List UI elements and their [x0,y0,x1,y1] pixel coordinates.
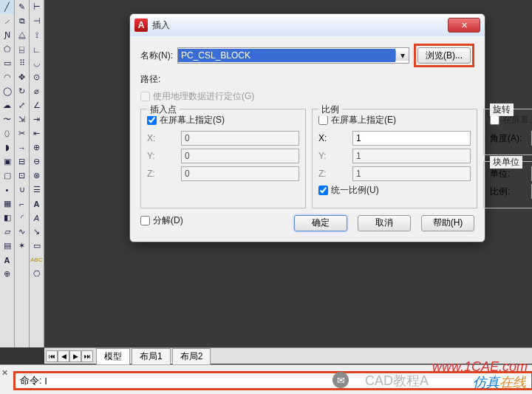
group-rotate-title: 旋转 [490,103,514,116]
browse-button[interactable]: 浏览(B)... [417,47,471,64]
tool-dimstyle-icon[interactable]: ABC [30,253,44,267]
dialog-title: 插入 [152,19,170,32]
insert-x-label: X: [147,133,177,143]
tool-text2-icon[interactable]: A [30,211,44,225]
tool-region-icon[interactable]: ▱ [0,225,14,239]
tool-dim13-icon[interactable]: ⊗ [30,169,44,183]
tool-ellipse-icon[interactable]: ⬯ [0,126,14,140]
tool-dim2-icon[interactable]: ⊣ [30,14,44,28]
tab-model[interactable]: 模型 [96,348,130,364]
close-button[interactable]: ✕ [448,18,480,33]
insert-z-field [181,166,299,181]
tool-block-icon[interactable]: ▢ [0,169,14,183]
tool-table-icon[interactable]: ▤ [0,239,14,253]
tool-gradient-icon[interactable]: ◧ [0,211,14,225]
tool-tol-icon[interactable]: ▭ [30,239,44,253]
tool-dim5-icon[interactable]: ◡ [30,56,44,70]
tool-erase-icon[interactable]: ✎ [15,0,29,14]
explode-checkbox[interactable] [140,216,150,225]
tool-hatch-icon[interactable]: ▦ [0,197,14,211]
tool-rect-icon[interactable]: ▭ [0,56,14,70]
tool-pline-icon[interactable]: Ɲ [0,28,14,42]
tool-dim10-icon[interactable]: ⇤ [30,126,44,140]
scale-y-label: Y: [318,151,348,161]
tool-move-icon[interactable]: ✥ [15,70,29,84]
watermark-cad: CAD教程A [365,372,429,390]
uniform-scale-checkbox[interactable] [318,186,328,195]
group-insertpoint-title: 插入点 [147,103,180,116]
tool-circle-icon[interactable]: ◯ [0,84,14,98]
name-combobox[interactable]: PC_CSL_BLOCK ▾ [177,47,409,64]
tool-extend-icon[interactable]: → [15,140,29,154]
tab-nav-prev-icon[interactable]: ◀ [58,350,69,362]
rotate-onscreen-checkbox[interactable] [490,115,499,125]
tool-insert-icon[interactable]: ▣ [0,154,14,169]
tool-chamfer-icon[interactable]: ⌐ [15,197,29,211]
name-value: PC_CSL_BLOCK [178,49,395,62]
tab-layout2[interactable]: 布局2 [172,348,211,364]
cancel-button[interactable]: 取消 [358,215,411,231]
tool-break-icon[interactable]: ⊟ [15,154,29,169]
tool-text-icon[interactable]: A [30,197,44,211]
tool-blend-icon[interactable]: ∿ [15,225,29,239]
tool-line-icon[interactable]: ╱ [0,0,14,14]
help-button[interactable]: 帮助(H) [421,215,474,231]
tool-array-icon[interactable]: ⠿ [15,56,29,70]
tool-explode-icon[interactable]: ✶ [15,239,29,253]
tool-dim4-icon[interactable]: ∟ [30,42,44,56]
tool-mtext-icon[interactable]: A [0,253,14,267]
group-scale: 比例 在屏幕上指定(E) X: Y: Z: 统一比例(U) [312,109,477,208]
tool-dim1-icon[interactable]: ⊢ [30,0,44,14]
ok-button[interactable]: 确定 [294,215,347,231]
command-input[interactable]: 命令: I [15,373,532,389]
tool-stretch-icon[interactable]: ⇲ [15,112,29,126]
tool-dim14-icon[interactable]: ☰ [30,183,44,197]
tool-dimsty2-icon[interactable]: ⎔ [30,267,44,281]
name-label: 名称(N): [140,50,173,62]
insert-onscreen-checkbox[interactable] [147,115,157,125]
tool-trim-icon[interactable]: ✂ [15,126,29,140]
insert-y-label: Y: [147,151,177,161]
tool-dim8-icon[interactable]: ∠ [30,98,44,112]
tool-addsel-icon[interactable]: ⊕ [0,267,14,281]
tab-layout1[interactable]: 布局1 [132,348,171,364]
tool-dim3-icon[interactable]: ⟟ [30,28,44,42]
tool-leader-icon[interactable]: ↘ [30,225,44,239]
tool-ellipsearc-icon[interactable]: ◗ [0,140,14,154]
tool-dim6-icon[interactable]: ⊙ [30,70,44,84]
tool-rotate-icon[interactable]: ↻ [15,84,29,98]
tool-revcloud-icon[interactable]: ☁ [0,98,14,112]
tool-mirror-icon[interactable]: ⧋ [15,28,29,42]
group-blockunit-title: 块单位 [490,156,522,169]
uniform-scale-label: 统一比例(U) [331,184,379,197]
tool-dim11-icon[interactable]: ⊕ [30,140,44,154]
tab-nav-first-icon[interactable]: ⏮ [46,350,58,362]
angle-label: 角度(A): [490,132,527,145]
watermark-brand: 仿真在线 [473,373,526,391]
tool-fillet-icon[interactable]: ◜ [15,211,29,225]
dialog-titlebar[interactable]: A 插入 ✕ [130,14,485,36]
tool-copy-icon[interactable]: ⧉ [15,14,29,28]
tool-spline-icon[interactable]: 〜 [0,112,14,126]
tab-nav-next-icon[interactable]: ▶ [69,350,81,362]
command-close-icon[interactable]: ✕ [1,368,8,378]
tool-dim9-icon[interactable]: ⇥ [30,112,44,126]
insert-y-field [181,149,299,163]
chevron-down-icon[interactable]: ▾ [395,50,409,61]
tool-join-icon[interactable]: ∪ [15,183,29,197]
group-blockunit: 块单位 单位: 比例: [483,161,532,208]
tool-arc-icon[interactable]: ◠ [0,70,14,84]
tool-dim7-icon[interactable]: ⌀ [30,84,44,98]
tab-nav-last-icon[interactable]: ⏭ [81,350,93,362]
scale-x-field[interactable] [352,131,471,146]
scale-onscreen-checkbox[interactable] [318,115,328,125]
tool-dim12-icon[interactable]: ⊖ [30,154,44,169]
insert-x-field [181,131,299,146]
insert-z-label: Z: [147,169,177,179]
tool-break2-icon[interactable]: ⊡ [15,169,29,183]
tool-xline-icon[interactable]: ⟋ [0,14,14,28]
tool-scale-icon[interactable]: ⤢ [15,98,29,112]
tool-offset-icon[interactable]: ⌸ [15,42,29,56]
tool-polygon-icon[interactable]: ⬠ [0,42,14,56]
tool-point-icon[interactable]: • [0,183,14,197]
